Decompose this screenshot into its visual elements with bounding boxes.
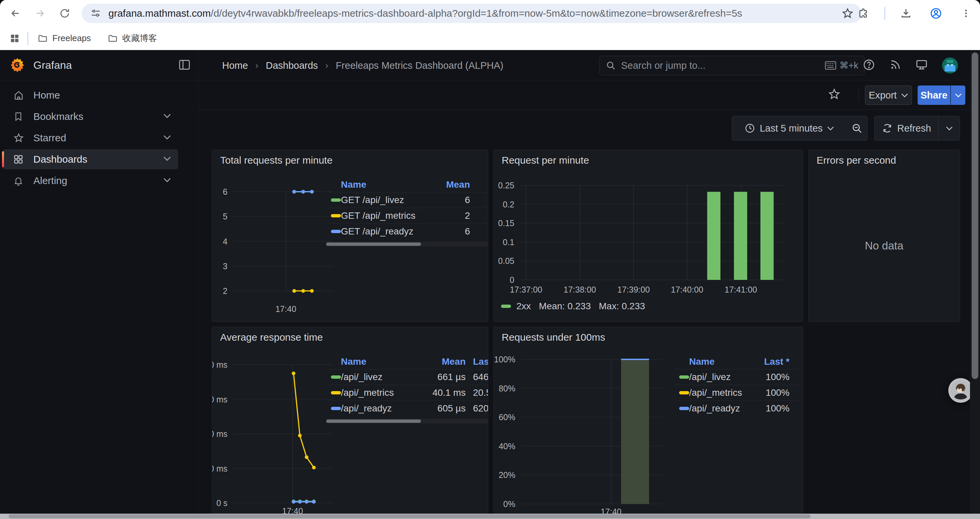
time-range-picker[interactable]: Last 5 minutes — [732, 116, 846, 141]
legend-header-mean[interactable]: Mean — [424, 356, 466, 367]
sidebar-toggle-icon[interactable] — [178, 59, 191, 72]
bookmark-folder-blogs[interactable]: 收藏博客 — [103, 30, 162, 47]
toolbar-divider — [859, 88, 859, 102]
series-color-pill — [679, 391, 689, 394]
vertical-scrollbar-thumb[interactable] — [972, 53, 978, 379]
legend-row[interactable]: GET /api/_readyz 6 — [326, 224, 488, 239]
bookmark-star-icon[interactable] — [842, 7, 854, 19]
legend-row[interactable]: /api/_livez 100% — [674, 369, 803, 385]
chevron-down-icon — [901, 93, 908, 97]
chevron-down-icon[interactable] — [164, 135, 171, 141]
legend-header-last[interactable]: Last * — [744, 356, 803, 367]
svg-text:80 ms: 80 ms — [212, 360, 228, 369]
chevron-down-icon[interactable] — [164, 156, 171, 162]
legend-scrollbar[interactable] — [326, 242, 488, 246]
news-rss-icon[interactable] — [889, 59, 901, 72]
no-data-message: No data — [808, 150, 960, 322]
assistant-avatar-widget[interactable] — [948, 378, 973, 403]
bookmarks-bar: Freeleaps 收藏博客 — [0, 27, 980, 50]
grafana-logo-icon[interactable] — [10, 57, 25, 73]
sidebar-item-home[interactable]: Home — [3, 85, 178, 105]
chart[interactable]: 100%80%60%40%20%0%17:40 — [494, 352, 666, 519]
horizontal-scrollbar[interactable] — [0, 514, 980, 519]
legend-header-mean[interactable]: Mean — [430, 179, 488, 190]
folder-icon — [38, 34, 48, 43]
panel-title[interactable]: Total requests per minute — [220, 155, 332, 166]
search-input[interactable] — [621, 60, 825, 71]
refresh-button[interactable]: Refresh — [874, 116, 939, 141]
help-icon[interactable] — [862, 58, 875, 72]
chart[interactable]: 80 ms60 ms40 ms20 ms0 s17:40 — [212, 357, 336, 519]
export-button[interactable]: Export — [865, 86, 912, 105]
user-avatar[interactable] — [942, 57, 958, 73]
favorite-star-icon[interactable] — [828, 88, 841, 102]
search-shortcut: ⌘+k — [825, 60, 858, 71]
legend-row[interactable]: GET /api/_metrics 2 — [326, 208, 488, 224]
svg-text:0.1: 0.1 — [503, 238, 514, 247]
chart[interactable]: 6543217:40 — [212, 187, 336, 318]
forward-icon[interactable] — [31, 4, 49, 23]
svg-text:0%: 0% — [503, 499, 515, 509]
home-icon — [13, 90, 25, 101]
sidebar-item-alerting[interactable]: Alerting — [3, 171, 178, 191]
panel-total-requests[interactable]: Total requests per minute 6543217:40 Nam… — [212, 150, 488, 322]
legend-row[interactable]: /api/_readyz 100% — [674, 401, 803, 416]
legend-row[interactable]: /api/_metrics 100% — [674, 385, 803, 401]
breadcrumb-home[interactable]: Home — [222, 60, 248, 71]
horizontal-scrollbar-thumb[interactable] — [9, 514, 811, 518]
legend-header-name[interactable]: Name — [341, 356, 424, 367]
legend-max: Max: 0.233 — [599, 301, 645, 311]
svg-text:17:40: 17:40 — [275, 304, 296, 314]
url-bar[interactable]: grafana.mathmast.com/d/deytv4rwavabkb/fr… — [82, 4, 862, 23]
chart[interactable]: 0.250.20.150.10.05017:37:0017:38:0017:39… — [494, 180, 788, 302]
monitor-icon[interactable] — [915, 58, 928, 72]
legend-row[interactable]: /api/_readyz 605 µs 620 — [326, 401, 488, 416]
breadcrumb-dashboards[interactable]: Dashboards — [266, 60, 318, 71]
series-color-pill — [331, 391, 341, 394]
share-menu-button[interactable] — [951, 86, 965, 105]
legend-table: Name Mean Las /api/_livez 661 µs 646 /ap… — [326, 355, 488, 423]
zoom-out-button[interactable] — [846, 116, 868, 141]
panel-requests-under-100ms[interactable]: Requests under 100ms 100%80%60%40%20%0%1… — [493, 327, 803, 519]
legend-row[interactable]: /api/_livez 661 µs 646 — [326, 369, 488, 385]
sidebar: Grafana Home Bookmarks — [0, 50, 199, 519]
legend-row[interactable]: GET /api/_livez 6 — [326, 192, 488, 208]
panel-title[interactable]: Requests under 100ms — [502, 332, 605, 343]
sidebar-item-bookmarks[interactable]: Bookmarks — [3, 107, 178, 126]
search-box[interactable]: ⌘+k — [600, 56, 865, 75]
share-button[interactable]: Share — [918, 86, 950, 105]
grafana-app: Grafana Home Bookmarks — [0, 50, 980, 519]
bookmark-folder-freeleaps[interactable]: Freeleaps — [33, 30, 96, 46]
profile-icon[interactable] — [927, 4, 945, 23]
panel-request-per-minute[interactable]: Request per minute 0.250.20.150.10.05017… — [493, 150, 803, 322]
legend[interactable]: 2xx Mean: 0.233 Max: 0.233 — [501, 301, 645, 311]
reload-icon[interactable] — [56, 4, 74, 23]
panel-title[interactable]: Average response time — [220, 332, 323, 343]
chevron-down-icon[interactable] — [164, 178, 171, 184]
legend-header-last[interactable]: Las — [466, 356, 488, 367]
legend-scrollbar[interactable] — [326, 419, 488, 423]
dashboard-area: Last 5 minutes Refresh Total requests pe… — [199, 110, 980, 519]
legend-header-name[interactable]: Name — [341, 179, 430, 190]
back-icon[interactable] — [6, 4, 25, 23]
breadcrumb-separator: › — [325, 60, 328, 71]
sidebar-item-label: Bookmarks — [33, 111, 164, 122]
legend-row[interactable]: /api/_metrics 40.1 ms 20.5 r — [326, 385, 488, 401]
legend-header-name[interactable]: Name — [689, 356, 744, 367]
downloads-icon[interactable] — [897, 4, 915, 23]
panel-title[interactable]: Request per minute — [502, 155, 589, 166]
sidebar-item-starred[interactable]: Starred — [3, 128, 178, 148]
sidebar-item-label: Dashboards — [33, 153, 164, 165]
apps-grid-icon[interactable] — [5, 29, 24, 48]
chevron-down-icon[interactable] — [164, 113, 171, 120]
panel-errors-per-second[interactable]: Errors per second No data — [808, 150, 960, 322]
panel-average-response-time[interactable]: Average response time 80 ms60 ms40 ms20 … — [212, 327, 488, 519]
browser-menu-icon[interactable] — [957, 4, 975, 23]
site-settings-icon[interactable] — [91, 8, 101, 19]
legend-series-name[interactable]: 2xx — [516, 301, 531, 311]
vertical-scrollbar[interactable] — [970, 50, 980, 519]
url-text[interactable]: grafana.mathmast.com/d/deytv4rwavabkb/fr… — [108, 8, 742, 19]
refresh-interval-button[interactable] — [938, 116, 960, 141]
extensions-icon[interactable] — [854, 4, 873, 23]
sidebar-item-dashboards[interactable]: Dashboards — [3, 149, 178, 169]
